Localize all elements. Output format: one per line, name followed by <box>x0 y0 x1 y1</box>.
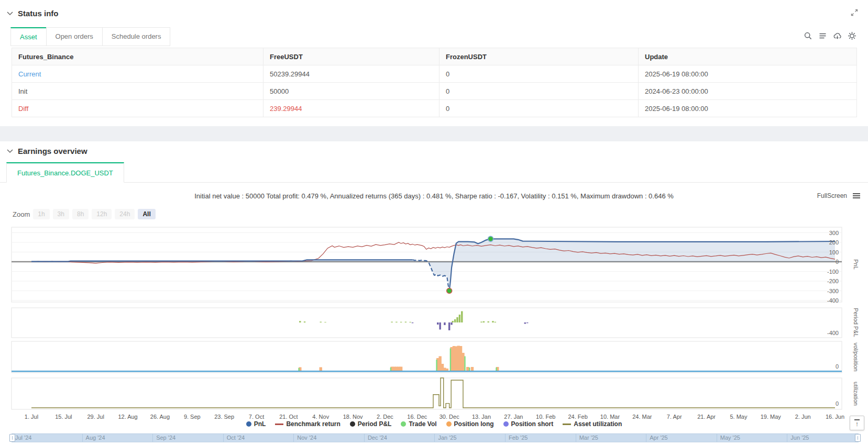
x-tick-label: 10. Mar <box>600 414 620 420</box>
earnings-chart[interactable]: 3002001000-100-200-300-400-400001. Jul15… <box>0 224 868 446</box>
legend-marker-icon <box>563 423 571 425</box>
legend-label: Trade Vol <box>409 420 436 428</box>
earnings-title: Earnings overview <box>18 147 87 155</box>
vol-position-panel <box>12 341 842 373</box>
y-tick-label: -200 <box>827 278 839 284</box>
chart-legend: PnLBenchmark returnPeriod P&LTrade VolPo… <box>0 420 868 428</box>
tab-futures-binance-doge-usdt[interactable]: Futures_Binance.DOGE_USDT <box>6 162 124 183</box>
zoom-8h-button[interactable]: 8h <box>72 209 89 219</box>
navigator-month[interactable]: Apr '25 <box>646 434 717 442</box>
period-pnl-bar-positive <box>324 322 326 322</box>
x-tick-label: 1. Jul <box>25 414 38 420</box>
period-pnl-bar-positive <box>487 321 489 322</box>
period-pnl-bar-positive <box>320 322 322 322</box>
gear-icon[interactable] <box>848 31 856 40</box>
zoom-3h-button[interactable]: 3h <box>53 209 69 219</box>
legend-pnl[interactable]: PnL <box>246 420 266 428</box>
navigator-right-handle[interactable] <box>855 434 861 442</box>
axis-title: Period P&L <box>853 308 859 337</box>
period-pnl-bar-negative <box>524 322 526 324</box>
legend-benchmark-return[interactable]: Benchmark return <box>275 420 340 428</box>
zoom-12h-button[interactable]: 12h <box>92 209 112 219</box>
x-tick-label: 26. Aug <box>150 414 170 420</box>
tab-schedule-orders[interactable]: Schedule orders <box>102 27 171 46</box>
x-tick-label: 9. Sep <box>184 414 201 420</box>
x-tick-label: 7. Oct <box>249 414 264 420</box>
chart-navigator[interactable]: Jul '24Aug '24Sep '24Oct '24Nov '24Dec '… <box>12 433 859 442</box>
legend-label: Period P&L <box>358 420 392 428</box>
period-pnl-bar-negative <box>444 322 445 325</box>
search-icon[interactable] <box>804 31 812 40</box>
period-pnl-bar-positive <box>299 321 301 322</box>
navigator-month[interactable]: Sep '24 <box>153 434 224 442</box>
trade-vol-bar <box>496 367 497 371</box>
legend-label: Benchmark return <box>286 420 340 428</box>
y-tick-label: 100 <box>829 249 839 255</box>
axis-title: vol/position <box>853 342 859 371</box>
navigator-month[interactable]: Jan '25 <box>435 434 506 442</box>
y-tick-label: 200 <box>829 239 839 246</box>
navigator-month[interactable]: Oct '24 <box>224 434 294 442</box>
list-icon[interactable] <box>818 31 827 40</box>
current-free: 50239.29944 <box>263 65 440 83</box>
position-baseline <box>12 371 842 372</box>
axis-title: utilization <box>853 382 859 406</box>
collapse-chevron-icon[interactable] <box>6 148 14 155</box>
earnings-header: Earnings overview <box>6 147 87 155</box>
col-free-usdt: FreeUSDT <box>263 48 440 65</box>
y-tick-label: -400 <box>827 297 839 304</box>
navigator-left-handle[interactable] <box>9 434 15 442</box>
zoom-all-button[interactable]: All <box>138 209 155 219</box>
navigator-month[interactable]: Aug '24 <box>83 434 153 442</box>
legend-marker-icon <box>503 421 509 427</box>
tab-asset[interactable]: Asset <box>10 27 47 46</box>
navigator-month[interactable]: Jul '24 <box>12 434 83 442</box>
x-tick-label: 5. May <box>730 414 748 420</box>
legend-position-short[interactable]: Position short <box>503 420 554 428</box>
fullscreen-expand-icon[interactable] <box>850 8 860 18</box>
legend-trade-vol[interactable]: Trade Vol <box>401 420 436 428</box>
back-to-top-button[interactable]: ↑ <box>850 416 864 430</box>
y-tick-label: -400 <box>827 330 839 336</box>
tab-open-orders[interactable]: Open orders <box>46 27 103 46</box>
navigator-month[interactable]: Dec '24 <box>365 434 435 442</box>
table-toolbar <box>804 31 856 40</box>
legend-marker-icon <box>446 421 452 427</box>
fullscreen-button[interactable]: FullScreen <box>817 192 847 199</box>
legend-period-p-l[interactable]: Period P&L <box>350 420 392 428</box>
x-tick-label: 12. Aug <box>118 414 137 420</box>
trade-vol-bar <box>464 356 465 371</box>
x-tick-label: 21. Apr <box>697 414 716 420</box>
period-pnl-bar-positive <box>454 319 456 322</box>
navigator-month[interactable]: Jun '25 <box>787 434 858 442</box>
col-futures-binance: Futures_Binance <box>12 48 263 65</box>
legend-marker-icon <box>401 421 406 427</box>
collapse-chevron-icon[interactable] <box>6 10 14 17</box>
table-row-init: Init 50000 0 2024-06-23 00:00:00 <box>12 83 857 100</box>
tab-strip-divider <box>0 182 868 183</box>
legend-position-long[interactable]: Position long <box>446 420 494 428</box>
table-row-current: Current 50239.29944 0 2025-06-19 08:00:0… <box>12 65 857 83</box>
zoom-24h-button[interactable]: 24h <box>115 209 135 219</box>
status-info-header: Status info <box>6 9 59 18</box>
x-tick-label: 27. Jan <box>504 414 523 420</box>
chart-menu-icon[interactable] <box>852 192 861 200</box>
position-long-bar <box>462 353 464 371</box>
cloud-download-icon[interactable] <box>833 31 842 40</box>
legend-asset-utilization[interactable]: Asset utilization <box>563 420 622 428</box>
x-tick-label: 13. Jan <box>472 414 491 420</box>
period-pnl-bar-negative <box>437 322 438 325</box>
navigator-month[interactable]: Mar '25 <box>576 434 647 442</box>
x-tick-label: 24. Feb <box>568 414 587 420</box>
x-tick-label: 16. Dec <box>407 414 427 420</box>
up-arrow-icon: ↑ <box>855 420 859 427</box>
legend-label: Position short <box>511 420 554 428</box>
zoom-1h-button[interactable]: 1h <box>33 209 49 219</box>
current-link[interactable]: Current <box>12 65 263 83</box>
navigator-month[interactable]: Feb '25 <box>506 434 576 442</box>
period-pnl-bar-negative <box>448 322 450 330</box>
navigator-month[interactable]: May '25 <box>717 434 788 442</box>
period-pnl-bar-positive <box>456 317 458 322</box>
navigator-month[interactable]: Nov '24 <box>294 434 365 442</box>
init-frozen: 0 <box>440 83 639 100</box>
